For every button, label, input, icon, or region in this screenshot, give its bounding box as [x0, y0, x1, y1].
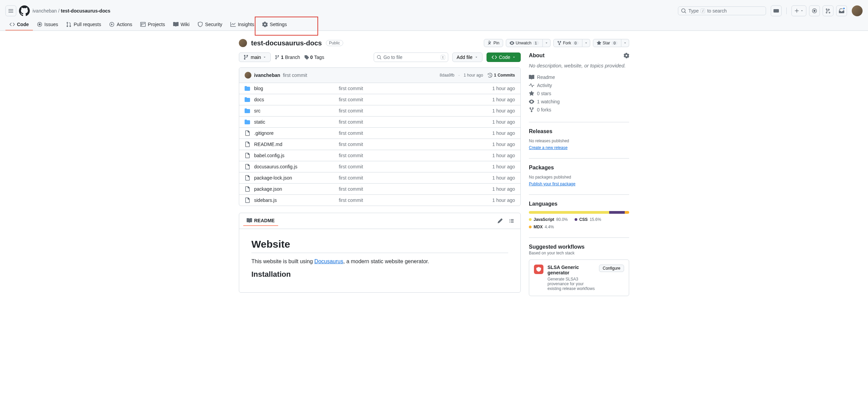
about-heading: About — [529, 53, 544, 59]
tab-insights[interactable]: Insights — [226, 19, 258, 30]
tab-issues[interactable]: Issues — [33, 19, 62, 30]
user-avatar[interactable] — [852, 5, 863, 16]
commit-author[interactable]: ivancheban — [254, 72, 280, 78]
language-segment[interactable] — [625, 211, 629, 214]
file-name-link[interactable]: README.md — [254, 142, 339, 147]
github-icon — [19, 5, 30, 16]
file-name-link[interactable]: docs — [254, 97, 339, 102]
file-name-link[interactable]: .gitignore — [254, 130, 339, 136]
sidebar: About No description, website, or topics… — [529, 53, 629, 304]
caret-down-icon — [800, 9, 804, 13]
configure-workflow-button[interactable]: Configure — [599, 265, 624, 272]
star-caret[interactable] — [621, 39, 629, 47]
commit-avatar[interactable] — [245, 72, 251, 79]
pr-icon — [66, 22, 71, 27]
docusaurus-link[interactable]: Docusaurus — [314, 258, 343, 264]
tab-actions[interactable]: Actions — [105, 19, 136, 30]
issue-icon — [37, 22, 42, 27]
hamburger-menu[interactable] — [5, 5, 16, 16]
file-commit-link[interactable]: first commit — [339, 153, 492, 158]
about-description: No description, website, or topics provi… — [529, 63, 629, 68]
file-commit-link[interactable]: first commit — [339, 130, 492, 136]
about-settings-button[interactable] — [624, 53, 629, 58]
file-row: package-lock.json first commit 1 hour ag… — [239, 172, 520, 184]
watching-link[interactable]: 1 watching — [529, 98, 629, 106]
outline-button[interactable] — [507, 216, 516, 226]
fork-caret[interactable] — [582, 39, 590, 47]
breadcrumb-repo[interactable]: test-docusaurus-docs — [61, 8, 110, 14]
file-commit-link[interactable]: first commit — [339, 197, 492, 203]
stars-link[interactable]: 0 stars — [529, 89, 629, 98]
file-name-link[interactable]: docusaurus.config.js — [254, 164, 339, 169]
pin-button[interactable]: Pin — [484, 39, 503, 47]
commit-message[interactable]: first commit — [283, 72, 307, 78]
star-button-group: Star 0 — [593, 39, 629, 47]
file-name-link[interactable]: sidebars.js — [254, 197, 339, 203]
file-row: babel.config.js first commit 1 hour ago — [239, 150, 520, 161]
file-commit-link[interactable]: first commit — [339, 108, 492, 113]
create-release-link[interactable]: Create a new release — [529, 145, 567, 150]
branches-link[interactable]: 1 Branch — [275, 55, 300, 60]
file-name-link[interactable]: src — [254, 108, 339, 113]
tab-wiki[interactable]: Wiki — [169, 19, 193, 30]
language-name: MDX — [534, 225, 543, 229]
file-commit-link[interactable]: first commit — [339, 119, 492, 125]
file-icon — [245, 130, 250, 136]
fork-icon — [529, 107, 534, 112]
issues-button[interactable] — [809, 5, 820, 16]
notifications-button[interactable] — [836, 5, 847, 16]
commits-link[interactable]: 1 Commits — [487, 72, 515, 78]
breadcrumb-owner[interactable]: ivancheban — [33, 8, 57, 14]
star-button[interactable]: Star 0 — [593, 39, 621, 47]
pr-icon — [825, 8, 831, 14]
tags-link[interactable]: 0 Tags — [304, 55, 324, 60]
command-icon — [773, 8, 779, 14]
tab-projects[interactable]: Projects — [136, 19, 169, 30]
readme-link[interactable]: Readme — [529, 73, 629, 81]
file-commit-link[interactable]: first commit — [339, 175, 492, 181]
pull-requests-button[interactable] — [823, 5, 833, 16]
file-name-link[interactable]: package.json — [254, 186, 339, 192]
workflow-icon — [534, 265, 543, 274]
tab-settings[interactable]: Settings — [258, 19, 291, 30]
file-time: 1 hour ago — [492, 153, 515, 158]
language-item[interactable]: JavaScript80.0% — [529, 217, 568, 222]
edit-readme-button[interactable] — [495, 216, 505, 226]
commit-sha[interactable]: 8daa9fb — [440, 73, 454, 78]
goto-file-input[interactable]: Go to file t — [374, 53, 448, 62]
activity-link[interactable]: Activity — [529, 81, 629, 89]
tab-pull-requests[interactable]: Pull requests — [62, 19, 105, 30]
global-search[interactable]: Type / to search — [678, 6, 766, 15]
forks-link[interactable]: 0 forks — [529, 106, 629, 114]
language-segment[interactable] — [609, 211, 625, 214]
folder-icon — [245, 86, 250, 91]
file-commit-link[interactable]: first commit — [339, 186, 492, 192]
github-logo[interactable] — [19, 5, 30, 16]
command-palette-button[interactable] — [771, 5, 782, 16]
notification-dot — [843, 7, 845, 10]
file-commit-link[interactable]: first commit — [339, 86, 492, 91]
publish-package-link[interactable]: Publish your first package — [529, 182, 575, 186]
unwatch-button[interactable]: Unwatch 1 — [506, 39, 543, 47]
language-segment[interactable] — [529, 211, 609, 214]
add-file-button[interactable]: Add file — [452, 53, 482, 62]
tab-code[interactable]: Code — [5, 19, 33, 30]
language-item[interactable]: CSS15.6% — [575, 217, 601, 222]
file-name-link[interactable]: package-lock.json — [254, 175, 339, 181]
language-item[interactable]: MDX4.4% — [529, 225, 554, 229]
file-commit-link[interactable]: first commit — [339, 164, 492, 169]
unwatch-caret[interactable] — [543, 39, 551, 47]
workflows-heading: Suggested workflows — [529, 244, 584, 250]
readme-tab[interactable]: README — [243, 216, 278, 226]
tab-security[interactable]: Security — [193, 19, 226, 30]
create-new-button[interactable] — [791, 5, 806, 16]
file-name-link[interactable]: babel.config.js — [254, 153, 339, 158]
code-icon — [9, 22, 15, 27]
file-name-link[interactable]: static — [254, 119, 339, 125]
file-commit-link[interactable]: first commit — [339, 142, 492, 147]
code-button[interactable]: Code — [487, 53, 521, 62]
file-commit-link[interactable]: first commit — [339, 97, 492, 102]
file-name-link[interactable]: blog — [254, 86, 339, 91]
branch-selector[interactable]: main — [239, 53, 271, 62]
fork-button[interactable]: Fork 0 — [553, 39, 582, 47]
